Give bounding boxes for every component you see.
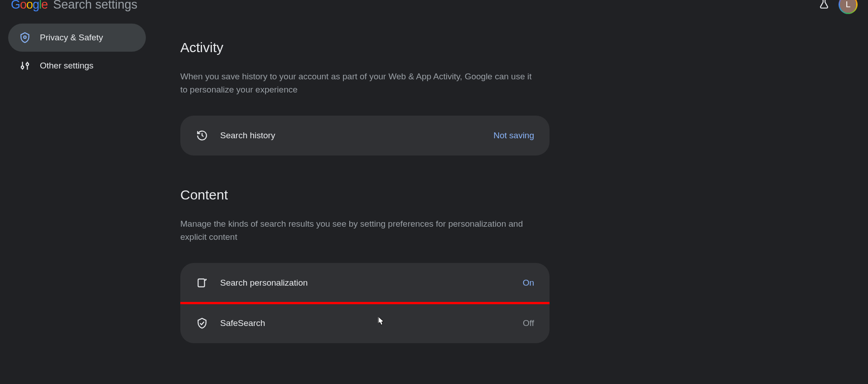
row-label: Search personalization (220, 278, 523, 288)
personalization-icon (196, 277, 208, 289)
history-icon (196, 129, 208, 142)
sidebar-item-label: Privacy & Safety (40, 33, 103, 43)
svg-point-4 (26, 63, 29, 65)
header-left: Google Search settings (11, 0, 137, 12)
header-right: L (818, 0, 857, 14)
row-search-personalization[interactable]: Search personalization On (180, 263, 550, 303)
container: Privacy & Safety Other settings Activity… (0, 15, 868, 384)
section-title-content: Content (180, 187, 552, 203)
svg-point-3 (21, 66, 24, 68)
row-status: Not saving (493, 131, 534, 141)
safesearch-shield-icon (196, 317, 208, 330)
section-desc-activity: When you save history to your account as… (180, 70, 534, 97)
sidebar-item-privacy-safety[interactable]: Privacy & Safety (8, 24, 146, 52)
card-group-activity: Search history Not saving (180, 116, 550, 156)
card-group-content: Search personalization On SafeSearch Off (180, 263, 550, 343)
shield-icon (19, 32, 31, 44)
sliders-icon (19, 60, 31, 72)
row-search-history[interactable]: Search history Not saving (180, 116, 550, 156)
main-content: Activity When you save history to your a… (162, 15, 570, 384)
row-label: Search history (220, 131, 493, 141)
sidebar-item-other-settings[interactable]: Other settings (8, 52, 146, 80)
header: Google Search settings L (0, 0, 868, 15)
svg-rect-5 (198, 279, 204, 287)
section-desc-content: Manage the kinds of search results you s… (180, 217, 534, 244)
row-status: On (523, 278, 534, 288)
page-title: Search settings (53, 0, 137, 12)
google-logo[interactable]: Google (11, 0, 48, 12)
sidebar-item-label: Other settings (40, 61, 93, 71)
section-title-activity: Activity (180, 40, 552, 55)
avatar[interactable]: L (839, 0, 857, 14)
labs-icon[interactable] (818, 0, 830, 11)
row-label: SafeSearch (220, 318, 523, 328)
row-status: Off (523, 318, 534, 328)
row-safesearch[interactable]: SafeSearch Off (180, 303, 550, 343)
svg-point-6 (206, 279, 206, 280)
sidebar: Privacy & Safety Other settings (0, 15, 162, 384)
svg-point-0 (24, 36, 26, 38)
avatar-letter: L (846, 0, 851, 10)
